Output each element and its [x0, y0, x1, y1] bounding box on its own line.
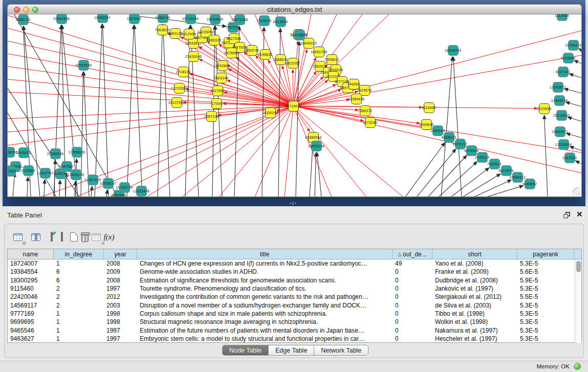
graph-node[interactable]: 18107552: [171, 97, 182, 108]
graph-node[interactable]: 8427552: [212, 85, 223, 96]
graph-node[interactable]: 9474444: [466, 145, 477, 156]
import-table-button[interactable]: ✕: [90, 230, 103, 244]
table-row[interactable]: 911546021997Tourette syndrome. Phenomeno…: [8, 285, 581, 293]
column-header[interactable]: title: [137, 249, 393, 259]
graph-node[interactable]: 18300295: [265, 107, 276, 118]
graph-node[interactable]: 1527602: [129, 14, 140, 24]
graph-node[interactable]: 20953346: [78, 60, 89, 71]
graph-node[interactable]: 12213389: [174, 83, 185, 94]
graph-node[interactable]: 17016504: [558, 139, 569, 150]
column-header[interactable]: short: [432, 249, 517, 259]
network-canvas[interactable]: 1872400718300295266713017006842755218107…: [7, 14, 582, 197]
graph-node[interactable]: 20206536: [50, 148, 61, 159]
close-window-button[interactable]: [14, 7, 20, 13]
show-columns-button[interactable]: [29, 230, 42, 244]
zoom-window-button[interactable]: [32, 7, 38, 13]
panel-splitter-handle[interactable]: [290, 202, 296, 205]
graph-node[interactable]: 12342757: [40, 168, 51, 179]
function-builder-button[interactable]: f(x): [102, 230, 116, 244]
graph-node[interactable]: 7632621: [489, 159, 500, 169]
graph-node[interactable]: 10719184: [185, 14, 196, 24]
table-row[interactable]: 946554611997Estimation of the future num…: [8, 326, 581, 334]
graph-node[interactable]: 15053146: [311, 141, 322, 151]
graph-node[interactable]: 2803144: [216, 73, 227, 83]
graph-node[interactable]: 7357224: [228, 22, 238, 33]
graph-node[interactable]: 17359928: [72, 147, 82, 158]
minimize-window-button[interactable]: [23, 7, 29, 13]
network-view-window[interactable]: citations_edges.txt 18724007183002952667…: [7, 4, 582, 198]
graph-node[interactable]: 391591: [7, 166, 16, 177]
graph-node[interactable]: 8860128: [170, 28, 181, 39]
graph-node[interactable]: 10654112: [512, 172, 523, 183]
graph-node[interactable]: 7963822: [157, 25, 168, 35]
column-header[interactable]: name: [8, 249, 54, 259]
graph-node[interactable]: 17006: [211, 98, 222, 109]
graph-node[interactable]: 7386372: [360, 105, 371, 116]
graph-node[interactable]: 16033809: [210, 14, 221, 25]
graph-node[interactable]: 9355724: [18, 14, 29, 25]
graph-node[interactable]: 7515526: [259, 15, 270, 26]
graph-node[interactable]: 9329966: [563, 53, 574, 63]
graph-node[interactable]: 9146821: [260, 49, 271, 60]
graph-node[interactable]: 2935114: [477, 152, 488, 163]
graph-node[interactable]: 1112054: [557, 14, 568, 21]
table-scrollbar[interactable]: [575, 260, 581, 343]
graph-node[interactable]: 23420046: [188, 51, 199, 62]
network-window-titlebar[interactable]: citations_edges.txt: [7, 4, 582, 14]
table-row[interactable]: 1938455462009Genome-wide association stu…: [8, 268, 581, 276]
close-panel-icon[interactable]: ✕: [576, 210, 583, 219]
graph-node[interactable]: 18724007: [288, 101, 299, 112]
graph-node[interactable]: 1588520: [275, 54, 286, 65]
graph-node[interactable]: 7955812: [326, 54, 337, 65]
graph-node[interactable]: 9245652: [525, 179, 535, 189]
graph-node[interactable]: 6679197: [455, 139, 466, 149]
float-panel-icon[interactable]: [563, 212, 571, 219]
graph-node[interactable]: 10653287: [97, 14, 108, 23]
tab-node-table[interactable]: Node Table: [223, 345, 269, 355]
scrollbar-thumb[interactable]: [576, 261, 581, 272]
column-header[interactable]: pagerank: [517, 249, 574, 259]
graph-node[interactable]: 9475685: [226, 48, 237, 58]
column-header[interactable]: △out_de...: [393, 249, 432, 259]
graph-node[interactable]: 17957225: [88, 174, 98, 185]
graph-node[interactable]: 12444154: [554, 95, 565, 106]
graph-node[interactable]: 18640910: [303, 38, 314, 49]
graph-node[interactable]: 8186328: [209, 35, 220, 46]
graph-node[interactable]: 9242848: [217, 60, 228, 71]
table-row[interactable]: 946362711997Embryonic stem cells: a mode…: [8, 335, 581, 343]
graph-node[interactable]: 6822057: [288, 58, 298, 69]
graph-node[interactable]: 6466140: [158, 14, 168, 23]
graph-node[interactable]: 1115689: [23, 165, 34, 176]
window-resize-handle[interactable]: [572, 187, 580, 195]
graph-node[interactable]: 1593921: [18, 147, 29, 158]
graph-node[interactable]: 8912954: [184, 29, 194, 39]
graph-node[interactable]: 2718126: [178, 67, 189, 77]
graph-node[interactable]: 12923448: [136, 186, 147, 196]
graph-node[interactable]: 16961758: [314, 47, 324, 57]
column-header[interactable]: in_degree: [54, 249, 104, 259]
graph-node[interactable]: 16210643: [556, 110, 567, 121]
graph-node[interactable]: 1672046: [365, 117, 376, 128]
tab-edge-table[interactable]: Edge Table: [269, 345, 314, 355]
graph-node[interactable]: 23364436: [351, 94, 362, 104]
graph-node[interactable]: 1167533: [564, 152, 575, 163]
graph-node[interactable]: 1145194: [55, 168, 66, 179]
graph-node[interactable]: 20691406: [56, 14, 67, 24]
column-header[interactable]: year: [104, 249, 137, 259]
table-row[interactable]: 1456911722003Disruption of a novel membe…: [8, 301, 581, 309]
graph-node[interactable]: 8938923: [444, 132, 454, 143]
graph-node[interactable]: 746266: [349, 79, 359, 90]
graph-node[interactable]: 13505135: [71, 169, 81, 180]
table-settings-button[interactable]: ⚙: [11, 230, 25, 244]
graph-node[interactable]: 16648784: [448, 45, 459, 56]
graph-node[interactable]: 2667130: [206, 111, 217, 122]
graph-node[interactable]: 8471676: [501, 165, 512, 176]
graph-node[interactable]: 16958107: [103, 178, 114, 189]
graph-node[interactable]: 25206056: [7, 147, 15, 158]
graph-node[interactable]: 9227342: [558, 67, 569, 77]
graph-node[interactable]: 9350546: [114, 190, 124, 198]
table-row[interactable]: 1872400712008Changes of HCN gene express…: [8, 259, 581, 268]
table-row[interactable]: 2242004622012Investigating the contribut…: [8, 293, 581, 301]
graph-node[interactable]: 9115460: [424, 102, 434, 113]
graph-node[interactable]: 12093872: [553, 82, 563, 93]
